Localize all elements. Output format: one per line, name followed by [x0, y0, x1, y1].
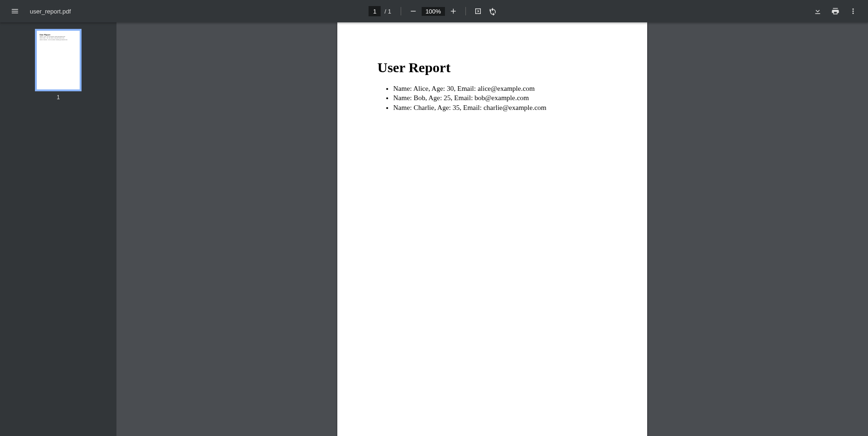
pdf-toolbar: user_report.pdf / 1 100% [0, 0, 868, 22]
zoom-in-icon[interactable] [447, 5, 460, 18]
fit-page-icon[interactable] [472, 5, 485, 18]
zoom-level[interactable]: 100% [422, 7, 445, 16]
document-viewer[interactable]: User Report Name: Alice, Age: 30, Email:… [116, 22, 868, 436]
list-item: Name: Charlie, Age: 35, Email: charlie@e… [393, 103, 607, 112]
more-icon[interactable] [847, 5, 860, 18]
user-list: Name: Alice, Age: 30, Email: alice@examp… [377, 84, 607, 112]
filename-label: user_report.pdf [30, 8, 71, 15]
rotate-icon[interactable] [486, 5, 499, 18]
list-item: Name: Bob, Age: 25, Email: bob@example.c… [393, 93, 607, 102]
thumbnail-number: 1 [57, 94, 60, 101]
thumbnail-page-1[interactable]: User Report Name: Alice, Age: 30, Email:… [35, 29, 82, 91]
divider [401, 7, 401, 15]
page-total-label: / 1 [383, 8, 395, 15]
page-title: User Report [377, 60, 607, 75]
print-icon[interactable] [829, 5, 842, 18]
pdf-page: User Report Name: Alice, Age: 30, Email:… [337, 22, 647, 436]
list-item: Name: Alice, Age: 30, Email: alice@examp… [393, 84, 607, 93]
page-number-input[interactable] [369, 6, 381, 16]
thumbnail-sidebar: User Report Name: Alice, Age: 30, Email:… [0, 22, 116, 436]
menu-icon[interactable] [8, 5, 21, 18]
zoom-out-icon[interactable] [407, 5, 420, 18]
download-icon[interactable] [811, 5, 824, 18]
divider [465, 7, 466, 15]
thumbnail-item[interactable]: User Report Name: Alice, Age: 30, Email:… [35, 29, 82, 101]
